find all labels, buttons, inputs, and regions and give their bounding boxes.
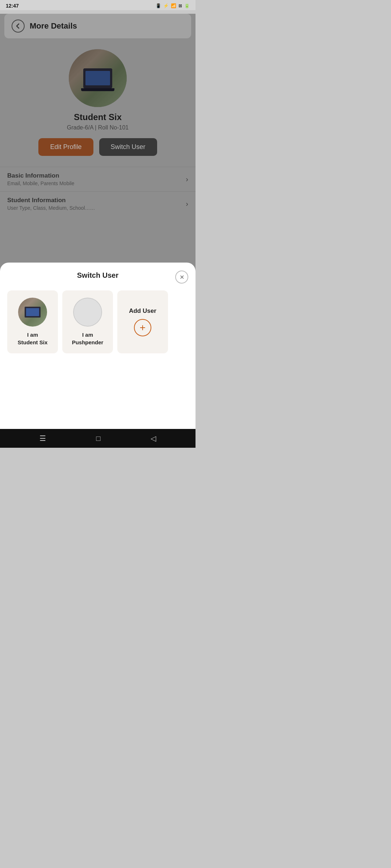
close-sheet-button[interactable]: ✕ — [175, 271, 188, 284]
add-user-label: Add User — [129, 307, 156, 315]
sheet-header: Switch User ✕ — [7, 271, 188, 280]
profile-avatar — [69, 49, 127, 107]
nav-back-icon[interactable]: ◁ — [151, 434, 156, 443]
student-info-subtitle: User Type, Class, Medium, School…… — [7, 205, 95, 211]
nav-menu-icon[interactable]: ☰ — [39, 434, 46, 443]
nav-home-icon[interactable]: □ — [96, 434, 100, 443]
mini-laptop-icon — [25, 307, 41, 318]
user-avatar-student-six — [18, 298, 47, 327]
status-bar: 12:47 📳 ⚡ 📶 ⊠ 🔋 — [0, 0, 196, 10]
status-time: 12:47 — [6, 3, 19, 9]
vibrate-icon: 📳 — [156, 3, 161, 8]
sheet-title: Switch User — [77, 271, 118, 280]
page-header: More Details — [4, 14, 191, 38]
switch-user-bottom-sheet: Switch User ✕ I amStudent Six — [0, 263, 196, 429]
close-icon: ✕ — [180, 274, 184, 281]
basic-info-section[interactable]: Basic Information Email, Mobile, Parents… — [0, 167, 196, 191]
user-card-student-six[interactable]: I amStudent Six — [7, 290, 58, 353]
basic-info-subtitle: Email, Mobile, Parents Mobile — [7, 180, 74, 186]
main-content: More Details Student Six Grade-6/A | Rol… — [0, 14, 196, 429]
student-info-section[interactable]: Student Information User Type, Class, Me… — [0, 191, 196, 216]
avatar-laptop-icon — [83, 68, 112, 88]
wifi-icon: 📶 — [171, 3, 176, 8]
back-button[interactable] — [12, 20, 25, 33]
user-label-student-six: I amStudent Six — [18, 331, 48, 346]
student-grade-roll: Grade-6/A | Roll No-101 — [67, 124, 129, 131]
action-buttons: Edit Profile Switch User — [38, 138, 157, 156]
profile-section: Student Six Grade-6/A | Roll No-101 Edit… — [0, 42, 196, 167]
user-label-pushpender: I amPushpender — [72, 331, 104, 346]
student-name: Student Six — [74, 112, 122, 122]
add-user-plus-icon: + — [134, 319, 151, 336]
page-title: More Details — [30, 21, 77, 31]
sim-icon: ⊠ — [178, 3, 182, 8]
user-card-pushpender[interactable]: I amPushpender — [62, 290, 113, 353]
user-cards-list: I amStudent Six I amPushpender Add User … — [7, 290, 188, 357]
add-user-card[interactable]: Add User + — [117, 290, 168, 353]
battery-icon: 🔋 — [184, 3, 190, 8]
basic-info-chevron-icon: › — [186, 175, 188, 183]
bottom-nav: ☰ □ ◁ — [0, 429, 196, 448]
user-avatar-pushpender — [73, 298, 102, 327]
edit-profile-button[interactable]: Edit Profile — [38, 138, 93, 156]
bluetooth-icon: ⚡ — [163, 3, 169, 8]
status-icons: 📳 ⚡ 📶 ⊠ 🔋 — [156, 3, 190, 8]
basic-info-title: Basic Information — [7, 172, 74, 179]
student-info-title: Student Information — [7, 197, 95, 204]
student-info-chevron-icon: › — [186, 200, 188, 208]
switch-user-button[interactable]: Switch User — [99, 138, 157, 156]
